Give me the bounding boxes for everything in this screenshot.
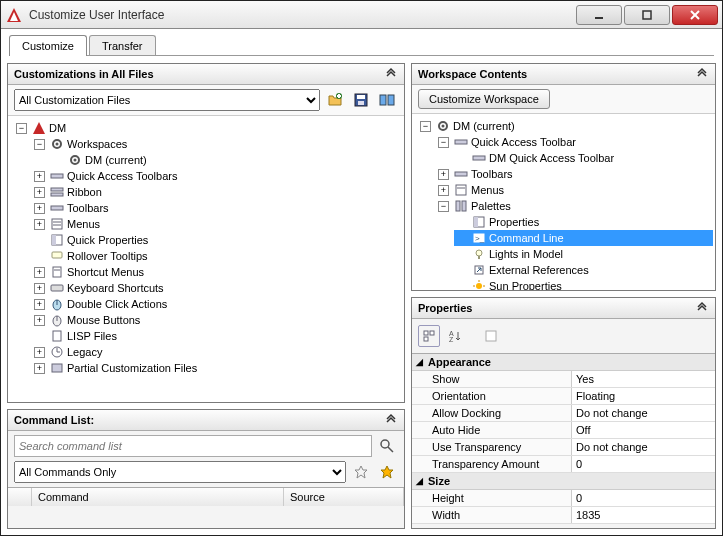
tree-legacy[interactable]: +Legacy bbox=[32, 344, 402, 360]
svg-point-58 bbox=[476, 250, 482, 256]
alphabetical-icon[interactable]: AZ bbox=[444, 325, 466, 347]
wc-toolbars[interactable]: +Toolbars bbox=[436, 166, 713, 182]
collapse-toggle[interactable]: − bbox=[438, 137, 449, 148]
customization-files-combo[interactable]: All Customization Files bbox=[14, 89, 320, 111]
expand-toggle[interactable]: + bbox=[34, 267, 45, 278]
tree-mouse-buttons[interactable]: +Mouse Buttons bbox=[32, 312, 402, 328]
categorized-icon[interactable] bbox=[418, 325, 440, 347]
col-command[interactable]: Command bbox=[32, 488, 284, 506]
collapse-toggle[interactable]: − bbox=[438, 201, 449, 212]
expand-toggle[interactable]: + bbox=[34, 187, 45, 198]
svg-marker-14 bbox=[33, 122, 45, 134]
tree-double-click[interactable]: +Double Click Actions bbox=[32, 296, 402, 312]
toolbar-icon bbox=[472, 151, 486, 165]
expand-toggle[interactable]: + bbox=[438, 185, 449, 196]
wc-palette-properties[interactable]: Properties bbox=[454, 214, 713, 230]
expand-toggle[interactable]: + bbox=[34, 283, 45, 294]
prop-auto-hide: Auto HideOff bbox=[412, 422, 715, 439]
tree-shortcut-menus[interactable]: +Shortcut Menus bbox=[32, 264, 402, 280]
close-button[interactable] bbox=[672, 5, 718, 25]
property-pages-icon[interactable] bbox=[480, 325, 502, 347]
wc-palette-sun[interactable]: Sun Properties bbox=[454, 278, 713, 290]
collapse-icon[interactable] bbox=[384, 413, 398, 427]
wc-menus[interactable]: +Menus bbox=[436, 182, 713, 198]
svg-rect-13 bbox=[388, 95, 394, 105]
svg-point-61 bbox=[476, 283, 482, 289]
properties-icon bbox=[50, 233, 64, 247]
svg-rect-21 bbox=[51, 193, 63, 196]
col-source[interactable]: Source bbox=[284, 488, 404, 506]
open-file-icon[interactable] bbox=[324, 89, 346, 111]
wc-root-dm[interactable]: − DM (current) bbox=[418, 118, 713, 134]
tree-label: Quick Access Toolbar bbox=[471, 134, 576, 150]
search-icon[interactable] bbox=[376, 435, 398, 457]
svg-rect-47 bbox=[455, 140, 467, 144]
gear-icon bbox=[50, 137, 64, 151]
prop-width: Width1835 bbox=[412, 507, 715, 524]
new-command-icon[interactable] bbox=[376, 461, 398, 483]
panels-icon[interactable] bbox=[376, 89, 398, 111]
window-title: Customize User Interface bbox=[29, 8, 574, 22]
tree-label: Double Click Actions bbox=[67, 296, 167, 312]
expand-toggle[interactable]: + bbox=[34, 171, 45, 182]
expand-toggle[interactable]: + bbox=[438, 169, 449, 180]
customize-workspace-button[interactable]: Customize Workspace bbox=[418, 89, 550, 109]
wc-palette-command-line[interactable]: >_Command Line bbox=[454, 230, 713, 246]
save-icon[interactable] bbox=[350, 89, 372, 111]
props-cat-appearance: ◢Appearance bbox=[412, 354, 715, 371]
collapse-toggle[interactable]: − bbox=[34, 139, 45, 150]
tab-transfer[interactable]: Transfer bbox=[89, 35, 156, 56]
tree-label: Shortcut Menus bbox=[67, 264, 144, 280]
tree-label: Partial Customization Files bbox=[67, 360, 197, 376]
tree-lisp-files[interactable]: LISP Files bbox=[32, 328, 402, 344]
light-icon bbox=[472, 247, 486, 261]
collapse-toggle[interactable]: − bbox=[16, 123, 27, 134]
collapse-icon[interactable] bbox=[695, 301, 709, 315]
favorite-icon[interactable] bbox=[350, 461, 372, 483]
properties-grid: ◢Appearance ShowYes OrientationFloating … bbox=[412, 353, 715, 524]
tree-rollover-tooltips[interactable]: Rollover Tooltips bbox=[32, 248, 402, 264]
tree-label: Keyboard Shortcuts bbox=[67, 280, 164, 296]
expand-toggle[interactable]: + bbox=[34, 299, 45, 310]
minimize-button[interactable] bbox=[576, 5, 622, 25]
tree-menus[interactable]: +Menus bbox=[32, 216, 402, 232]
tree-toolbars[interactable]: +Toolbars bbox=[32, 200, 402, 216]
tree-workspaces[interactable]: − Workspaces bbox=[32, 136, 402, 152]
collapse-icon[interactable] bbox=[384, 67, 398, 81]
command-filter-combo[interactable]: All Commands Only bbox=[14, 461, 346, 483]
ribbon-icon bbox=[50, 185, 64, 199]
expand-toggle[interactable]: + bbox=[34, 203, 45, 214]
expand-toggle[interactable]: + bbox=[34, 363, 45, 374]
tree-keyboard-shortcuts[interactable]: +Keyboard Shortcuts bbox=[32, 280, 402, 296]
tree-partial-cust[interactable]: +Partial Customization Files bbox=[32, 360, 402, 376]
svg-point-16 bbox=[56, 143, 59, 146]
tab-customize[interactable]: Customize bbox=[9, 35, 87, 56]
expand-toggle[interactable]: + bbox=[34, 315, 45, 326]
tree-label: Menus bbox=[471, 182, 504, 198]
svg-rect-55 bbox=[474, 217, 478, 227]
svg-rect-66 bbox=[424, 331, 428, 335]
tree-workspace-dm[interactable]: DM (current) bbox=[50, 152, 402, 168]
maximize-button[interactable] bbox=[624, 5, 670, 25]
svg-rect-59 bbox=[478, 256, 480, 259]
wc-palette-extref[interactable]: External References bbox=[454, 262, 713, 278]
gear-icon bbox=[68, 153, 82, 167]
collapse-icon[interactable] bbox=[695, 67, 709, 81]
tree-qat[interactable]: +Quick Access Toolbars bbox=[32, 168, 402, 184]
wc-palette-lights[interactable]: Lights in Model bbox=[454, 246, 713, 262]
tree-ribbon[interactable]: +Ribbon bbox=[32, 184, 402, 200]
expand-toggle[interactable]: + bbox=[34, 347, 45, 358]
legacy-icon bbox=[50, 345, 64, 359]
expand-toggle[interactable]: + bbox=[34, 219, 45, 230]
command-search-input[interactable] bbox=[14, 435, 372, 457]
wc-qat[interactable]: −Quick Access Toolbar bbox=[436, 134, 713, 150]
tree-label: DM (current) bbox=[85, 152, 147, 168]
wc-palettes[interactable]: −Palettes bbox=[436, 198, 713, 214]
tree-root-dm[interactable]: − DM bbox=[14, 120, 402, 136]
tree-quick-properties[interactable]: Quick Properties bbox=[32, 232, 402, 248]
wc-qat-dm[interactable]: DM Quick Access Toolbar bbox=[454, 150, 713, 166]
collapse-toggle[interactable]: − bbox=[420, 121, 431, 132]
prop-use-transparency: Use TransparencyDo not change bbox=[412, 439, 715, 456]
svg-rect-71 bbox=[486, 331, 496, 341]
svg-rect-67 bbox=[430, 331, 434, 335]
